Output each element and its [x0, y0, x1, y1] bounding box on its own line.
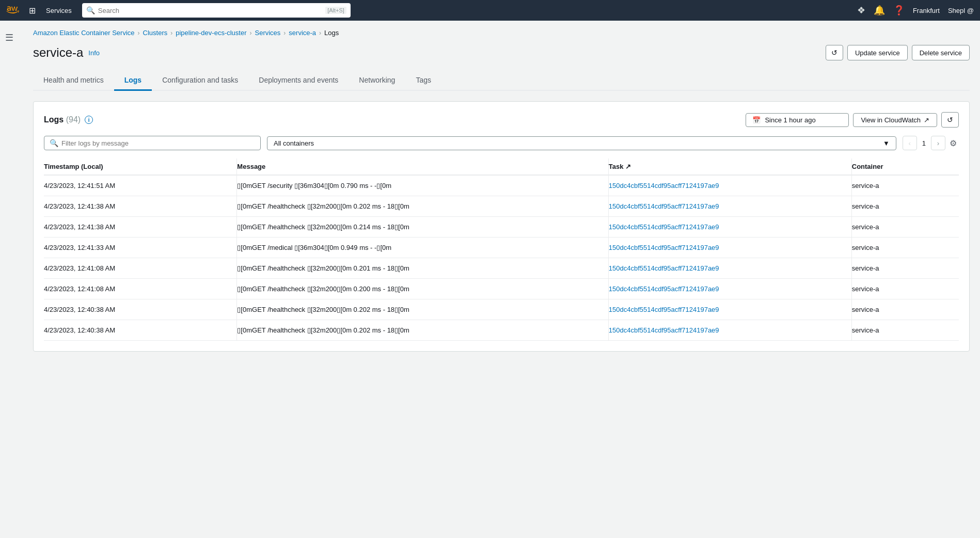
- view-cloudwatch-label: View in CloudWatch: [861, 116, 921, 124]
- cell-timestamp: 4/23/2023, 12:41:08 AM: [44, 258, 237, 279]
- table-row: 4/23/2023, 12:41:33 AM▯[0mGET /medical ▯…: [44, 238, 959, 258]
- cell-message: ▯[0mGET /healthcheck ▯[32m200▯[0m 0.202 …: [237, 320, 608, 341]
- breadcrumb: Amazon Elastic Container Service › Clust…: [33, 29, 970, 37]
- cell-timestamp: 4/23/2023, 12:40:38 AM: [44, 299, 237, 320]
- prev-page-button[interactable]: ‹: [903, 136, 917, 150]
- view-cloudwatch-button[interactable]: View in CloudWatch ↗: [853, 113, 937, 127]
- table-header-row: Timestamp (Local) Message Task ↗ Contain…: [44, 159, 959, 175]
- task-link[interactable]: 150dc4cbf5514cdf95acff7124197ae9: [609, 202, 719, 210]
- cell-container: service-a: [851, 320, 959, 341]
- col-container: Container: [851, 159, 959, 175]
- container-select-label: All containers: [274, 139, 314, 147]
- container-select[interactable]: All containers ▼: [267, 136, 896, 150]
- col-message: Message: [237, 159, 608, 175]
- cell-task: 150dc4cbf5514cdf95acff7124197ae9: [608, 258, 851, 279]
- breadcrumb-services[interactable]: Services: [255, 29, 281, 37]
- delete-service-button[interactable]: Delete service: [912, 45, 970, 60]
- info-link[interactable]: Info: [88, 49, 100, 57]
- cell-message: ▯[0mGET /healthcheck ▯[32m200▯[0m 0.201 …: [237, 258, 608, 279]
- tab-networking[interactable]: Networking: [349, 71, 405, 91]
- cell-message: ▯[0mGET /healthcheck ▯[32m200▯[0m 0.202 …: [237, 299, 608, 320]
- region-selector[interactable]: Frankfurt: [913, 7, 940, 14]
- table-row: 4/23/2023, 12:41:38 AM▯[0mGET /healthche…: [44, 217, 959, 238]
- cell-timestamp: 4/23/2023, 12:41:38 AM: [44, 196, 237, 217]
- breadcrumb-sep-3: ›: [250, 29, 252, 37]
- update-service-button[interactable]: Update service: [847, 45, 908, 60]
- breadcrumb-sep-4: ›: [283, 29, 286, 37]
- task-link[interactable]: 150dc4cbf5514cdf95acff7124197ae9: [609, 326, 719, 334]
- cell-task: 150dc4cbf5514cdf95acff7124197ae9: [608, 279, 851, 299]
- table-row: 4/23/2023, 12:41:08 AM▯[0mGET /healthche…: [44, 279, 959, 299]
- tab-health[interactable]: Health and metrics: [33, 71, 114, 91]
- cell-timestamp: 4/23/2023, 12:41:33 AM: [44, 238, 237, 258]
- page-title-area: service-a Info: [33, 45, 100, 60]
- cell-task: 150dc4cbf5514cdf95acff7124197ae9: [608, 238, 851, 258]
- task-link[interactable]: 150dc4cbf5514cdf95acff7124197ae9: [609, 264, 719, 272]
- cell-task: 150dc4cbf5514cdf95acff7124197ae9: [608, 175, 851, 196]
- cell-task: 150dc4cbf5514cdf95acff7124197ae9: [608, 320, 851, 341]
- cell-timestamp: 4/23/2023, 12:41:08 AM: [44, 279, 237, 299]
- breadcrumb-current: Logs: [324, 29, 339, 37]
- tab-tags[interactable]: Tags: [405, 71, 441, 91]
- table-settings-button[interactable]: ⚙: [947, 136, 959, 150]
- tabs: Health and metrics Logs Configuration an…: [33, 71, 970, 91]
- filter-input-wrap: 🔍: [44, 136, 261, 150]
- nav-services-button[interactable]: Services: [42, 5, 76, 17]
- terminal-icon[interactable]: ❖: [857, 5, 865, 16]
- task-link[interactable]: 150dc4cbf5514cdf95acff7124197ae9: [609, 306, 719, 313]
- task-link[interactable]: 150dc4cbf5514cdf95acff7124197ae9: [609, 223, 719, 231]
- cell-timestamp: 4/23/2023, 12:41:38 AM: [44, 217, 237, 238]
- task-link[interactable]: 150dc4cbf5514cdf95acff7124197ae9: [609, 182, 719, 189]
- cell-message: ▯[0mGET /healthcheck ▯[32m200▯[0m 0.214 …: [237, 217, 608, 238]
- breadcrumb-service-a[interactable]: service-a: [289, 29, 316, 37]
- page-title: service-a: [33, 45, 83, 60]
- task-link[interactable]: 150dc4cbf5514cdf95acff7124197ae9: [609, 244, 719, 251]
- filter-input[interactable]: [61, 139, 255, 147]
- tab-deployments[interactable]: Deployments and events: [248, 71, 349, 91]
- cell-message: ▯[0mGET /medical ▯[36m304▯[0m 0.949 ms -…: [237, 238, 608, 258]
- cell-container: service-a: [851, 217, 959, 238]
- aws-logo[interactable]: [6, 5, 23, 15]
- tab-logs[interactable]: Logs: [114, 71, 152, 91]
- cell-timestamp: 4/23/2023, 12:41:51 AM: [44, 175, 237, 196]
- chevron-down-icon: ▼: [883, 139, 890, 147]
- page-number: 1: [919, 139, 929, 147]
- refresh-button[interactable]: ↺: [826, 45, 843, 60]
- cell-container: service-a: [851, 299, 959, 320]
- cell-container: service-a: [851, 258, 959, 279]
- search-input[interactable]: [98, 7, 322, 14]
- breadcrumb-ecs[interactable]: Amazon Elastic Container Service: [33, 29, 135, 37]
- grid-icon[interactable]: ⊞: [29, 6, 36, 15]
- logs-table: Timestamp (Local) Message Task ↗ Contain…: [44, 159, 959, 341]
- logs-header: Logs (94) i 📅 Since 1 hour ago View in C…: [44, 112, 959, 128]
- logs-count: (94): [66, 115, 81, 124]
- time-filter[interactable]: 📅 Since 1 hour ago: [746, 113, 849, 127]
- pagination: ‹ 1 › ⚙: [903, 136, 959, 150]
- external-link-icon: ↗: [924, 116, 929, 124]
- logs-refresh-button[interactable]: ↺: [941, 112, 959, 128]
- task-link[interactable]: 150dc4cbf5514cdf95acff7124197ae9: [609, 285, 719, 293]
- cell-timestamp: 4/23/2023, 12:40:38 AM: [44, 320, 237, 341]
- table-row: 4/23/2023, 12:40:38 AM▯[0mGET /healthche…: [44, 299, 959, 320]
- cell-task: 150dc4cbf5514cdf95acff7124197ae9: [608, 299, 851, 320]
- search-bar[interactable]: 🔍 [Alt+S]: [82, 3, 351, 18]
- table-row: 4/23/2023, 12:40:38 AM▯[0mGET /healthche…: [44, 320, 959, 341]
- tab-config[interactable]: Configuration and tasks: [152, 71, 248, 91]
- task-external-icon: ↗: [625, 163, 631, 170]
- help-icon[interactable]: ❓: [893, 5, 905, 16]
- sidebar-toggle[interactable]: ☰: [0, 27, 23, 49]
- bell-icon[interactable]: 🔔: [874, 5, 885, 16]
- header-actions: ↺ Update service Delete service: [826, 45, 970, 60]
- top-navbar: ⊞ Services 🔍 [Alt+S] ❖ 🔔 ❓ Frankfurt She…: [0, 0, 980, 21]
- logs-info-icon[interactable]: i: [85, 116, 93, 124]
- search-shortcut: [Alt+S]: [325, 7, 346, 14]
- table-row: 4/23/2023, 12:41:38 AM▯[0mGET /healthche…: [44, 196, 959, 217]
- next-page-button[interactable]: ›: [931, 136, 945, 150]
- breadcrumb-sep-5: ›: [319, 29, 321, 37]
- filter-search-icon: 🔍: [50, 139, 58, 147]
- breadcrumb-cluster-name[interactable]: pipeline-dev-ecs-cluster: [176, 29, 246, 37]
- breadcrumb-clusters[interactable]: Clusters: [143, 29, 168, 37]
- breadcrumb-sep-2: ›: [170, 29, 172, 37]
- user-menu[interactable]: Shepl @: [948, 7, 974, 14]
- cell-container: service-a: [851, 238, 959, 258]
